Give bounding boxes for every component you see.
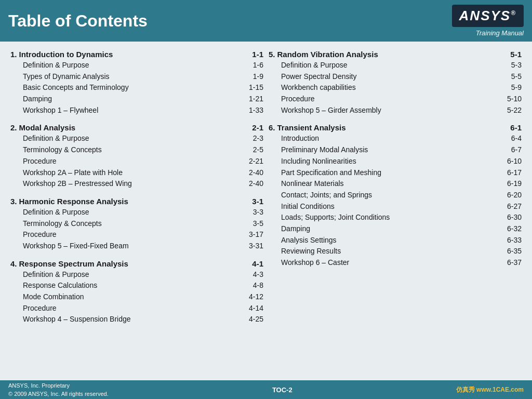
sub-page: 4-25 <box>249 314 263 325</box>
left-column: 1. Introduction to Dynamics 1-1 Definiti… <box>10 50 263 375</box>
sub-page: 2-5 <box>253 144 263 156</box>
toc-sub-entry: Procedure 2-21 <box>10 156 263 167</box>
toc-sub-entry: Mode Combination 4-12 <box>10 291 263 303</box>
section-title: Harmonic Response Analysis <box>19 197 248 206</box>
toc-sub-entry: Including Nonlinearities 6-10 <box>269 156 522 167</box>
toc-sub-entry: Terminology & Concepts 3-5 <box>10 218 263 230</box>
sub-page: 6-37 <box>507 257 522 269</box>
sub-title: Definition & Purpose <box>23 269 249 281</box>
section-title: Introduction to Dynamics <box>19 50 248 59</box>
sub-title: Nonlinear Materials <box>281 178 503 190</box>
toc-sub-entry: Workshop 1 – Flywheel 1-33 <box>10 105 263 116</box>
right-column: 5. Random Vibration Analysis 5-1 Definit… <box>269 50 522 375</box>
sub-page: 1-33 <box>249 105 263 116</box>
sub-title: Response Calculations <box>23 280 249 291</box>
toc-sub-entry: Definition & Purpose 2-3 <box>10 133 263 144</box>
sub-title: Damping <box>281 223 503 235</box>
sub-page: 2-21 <box>249 156 263 167</box>
toc-sub-entry: Power Spectral Density 5-5 <box>269 71 522 83</box>
toc-sub-entry: Workshop 2B – Prestressed Wing 2-40 <box>10 178 263 190</box>
sub-page: 5-3 <box>511 60 522 71</box>
toc-sub-entry: Procedure 5-10 <box>269 94 522 105</box>
toc-sub-entry: Procedure 4-14 <box>10 303 263 314</box>
section-title: Modal Analysis <box>19 123 248 132</box>
sub-title: Part Specification and Meshing <box>281 167 503 179</box>
training-manual-label: Training Manual <box>476 29 524 37</box>
toc-section: 6. Transient Analysis 6-1 Introduction 6… <box>269 123 522 268</box>
section-title: Random Vibration Analysis <box>277 50 507 59</box>
sub-title: Basic Concepts and Terminology <box>23 82 245 94</box>
content-wrapper: 1. Introduction to Dynamics 1-1 Definiti… <box>0 42 532 380</box>
sub-title: Introduction <box>281 133 507 144</box>
sub-page: 5-9 <box>511 82 522 94</box>
sub-title: Procedure <box>23 229 245 241</box>
footer-copyright: ANSYS, Inc. Proprietary © 2009 ANSYS, In… <box>8 381 109 398</box>
sub-title: Definition & Purpose <box>23 207 249 218</box>
section-page: 2-1 <box>252 123 263 132</box>
toc-sub-entry: Preliminary Modal Analysis 6-7 <box>269 144 522 156</box>
toc-main-entry: 6. Transient Analysis 6-1 <box>269 123 522 132</box>
toc-sub-entry: Workshop 6 – Caster 6-37 <box>269 257 522 269</box>
footer-watermark: 仿真秀 www.1CAE.com <box>456 385 524 394</box>
sub-page: 6-33 <box>507 235 522 246</box>
header: Table of Contents ANSYS® Training Manual <box>0 0 532 42</box>
sub-page: 1-15 <box>249 82 263 94</box>
sub-title: Definition & Purpose <box>281 60 507 71</box>
toc-sub-entry: Workshop 4 – Suspension Bridge 4-25 <box>10 314 263 325</box>
toc-main-entry: 4. Response Spectrum Analysis 4-1 <box>10 259 263 268</box>
sub-title: Definition & Purpose <box>23 60 249 71</box>
logo-text: ANSYS® <box>459 8 516 23</box>
toc-section: 1. Introduction to Dynamics 1-1 Definiti… <box>10 50 263 116</box>
sub-title: Procedure <box>23 156 245 167</box>
sub-title: Workshop 2A – Plate with Hole <box>23 167 245 179</box>
sub-title: Workshop 5 – Fixed-Fixed Beam <box>23 241 245 252</box>
sub-page: 6-4 <box>511 133 522 144</box>
sub-page: 5-22 <box>507 105 522 116</box>
toc-main-entry: 3. Harmonic Response Analysis 3-1 <box>10 197 263 206</box>
section-number: 1. <box>10 50 17 59</box>
toc-sub-entry: Definition & Purpose 4-3 <box>10 269 263 281</box>
sub-page: 5-10 <box>507 94 522 105</box>
sub-title: Types of Dynamic Analysis <box>23 71 249 83</box>
sub-title: Reviewing Results <box>281 246 503 257</box>
sub-title: Procedure <box>23 303 245 314</box>
sub-title: Workbench capabilities <box>281 82 507 94</box>
sub-title: Loads; Supports; Joint Conditions <box>281 212 503 223</box>
sub-title: Mode Combination <box>23 291 245 303</box>
toc-section: 4. Response Spectrum Analysis 4-1 Defini… <box>10 259 263 325</box>
toc-sub-entry: Terminology & Concepts 2-5 <box>10 144 263 156</box>
toc-sub-entry: Damping 6-32 <box>269 223 522 235</box>
footer: ANSYS, Inc. Proprietary © 2009 ANSYS, In… <box>0 380 532 399</box>
sub-title: Initial Conditions <box>281 201 503 212</box>
toc-sub-entry: Workbench capabilities 5-9 <box>269 82 522 94</box>
section-number: 4. <box>10 259 17 268</box>
sub-title: Damping <box>23 94 245 105</box>
toc-main-entry: 1. Introduction to Dynamics 1-1 <box>10 50 263 59</box>
toc-sub-entry: Workshop 5 – Fixed-Fixed Beam 3-31 <box>10 241 263 252</box>
section-number: 5. <box>269 50 275 59</box>
sub-title: Terminology & Concepts <box>23 218 249 230</box>
toc-sub-entry: Workshop 5 – Girder Assembly 5-22 <box>269 105 522 116</box>
page-title: Table of Contents <box>8 11 148 31</box>
toc-sub-entry: Definition & Purpose 3-3 <box>10 207 263 218</box>
sub-page: 6-20 <box>507 190 522 201</box>
footer-page-id: TOC-2 <box>272 386 292 394</box>
sub-page: 4-14 <box>249 303 263 314</box>
header-right: ANSYS® Training Manual <box>452 5 524 37</box>
sub-title: Workshop 1 – Flywheel <box>23 105 245 116</box>
sub-title: Workshop 2B – Prestressed Wing <box>23 178 245 190</box>
sub-page: 4-8 <box>253 280 263 291</box>
toc-sub-entry: Response Calculations 4-8 <box>10 280 263 291</box>
sub-title: Workshop 4 – Suspension Bridge <box>23 314 245 325</box>
sub-page: 4-12 <box>249 291 263 303</box>
toc-sub-entry: Procedure 3-17 <box>10 229 263 241</box>
sub-page: 6-17 <box>507 167 522 179</box>
section-page: 5-1 <box>510 50 522 59</box>
toc-section: 5. Random Vibration Analysis 5-1 Definit… <box>269 50 522 116</box>
section-number: 3. <box>10 197 17 206</box>
sub-title: Terminology & Concepts <box>23 144 249 156</box>
toc-sub-entry: Introduction 6-4 <box>269 133 522 144</box>
toc-sub-entry: Part Specification and Meshing 6-17 <box>269 167 522 179</box>
sub-page: 6-27 <box>507 201 522 212</box>
sub-page: 1-9 <box>253 71 263 83</box>
